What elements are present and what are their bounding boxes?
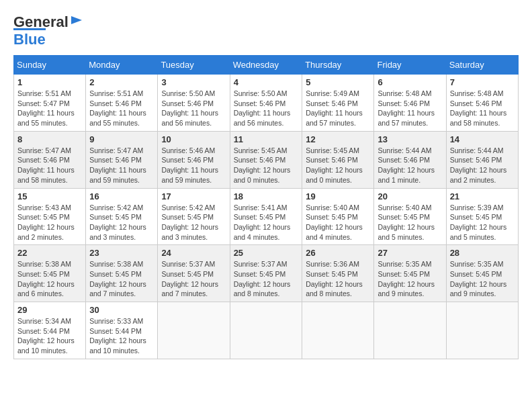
- calendar-cell: [158, 302, 230, 359]
- day-info: Sunrise: 5:36 AM Sunset: 5:45 PM Dayligh…: [306, 260, 363, 298]
- calendar-table: SundayMondayTuesdayWednesdayThursdayFrid…: [13, 55, 519, 359]
- calendar-cell: [374, 302, 446, 359]
- day-info: Sunrise: 5:50 AM Sunset: 5:46 PM Dayligh…: [161, 89, 218, 127]
- day-number: 29: [17, 305, 82, 315]
- day-info: Sunrise: 5:49 AM Sunset: 5:46 PM Dayligh…: [306, 89, 363, 127]
- page-header: General Blue: [13, 13, 519, 48]
- calendar-week-row: 1 Sunrise: 5:51 AM Sunset: 5:47 PM Dayli…: [14, 75, 519, 132]
- day-number: 25: [234, 248, 299, 258]
- day-info: Sunrise: 5:51 AM Sunset: 5:46 PM Dayligh…: [89, 89, 146, 127]
- calendar-cell: 14 Sunrise: 5:44 AM Sunset: 5:46 PM Dayl…: [446, 131, 518, 188]
- day-info: Sunrise: 5:38 AM Sunset: 5:45 PM Dayligh…: [89, 260, 146, 298]
- day-info: Sunrise: 5:44 AM Sunset: 5:46 PM Dayligh…: [450, 146, 507, 184]
- day-of-week-header: Saturday: [446, 56, 518, 75]
- day-info: Sunrise: 5:37 AM Sunset: 5:45 PM Dayligh…: [234, 260, 291, 298]
- calendar-cell: 12 Sunrise: 5:45 AM Sunset: 5:46 PM Dayl…: [302, 131, 374, 188]
- day-of-week-header: Tuesday: [158, 56, 230, 75]
- day-info: Sunrise: 5:47 AM Sunset: 5:46 PM Dayligh…: [17, 146, 75, 184]
- calendar-week-row: 22 Sunrise: 5:38 AM Sunset: 5:45 PM Dayl…: [14, 245, 519, 302]
- calendar-cell: 18 Sunrise: 5:41 AM Sunset: 5:45 PM Dayl…: [230, 188, 302, 245]
- day-number: 16: [89, 191, 154, 201]
- day-info: Sunrise: 5:46 AM Sunset: 5:46 PM Dayligh…: [161, 146, 218, 184]
- day-info: Sunrise: 5:35 AM Sunset: 5:45 PM Dayligh…: [378, 260, 435, 298]
- day-info: Sunrise: 5:50 AM Sunset: 5:46 PM Dayligh…: [234, 89, 291, 127]
- day-of-week-header: Thursday: [302, 56, 374, 75]
- calendar-cell: 28 Sunrise: 5:35 AM Sunset: 5:45 PM Dayl…: [446, 245, 518, 302]
- day-info: Sunrise: 5:43 AM Sunset: 5:45 PM Dayligh…: [17, 203, 75, 241]
- calendar-cell: 20 Sunrise: 5:40 AM Sunset: 5:45 PM Dayl…: [374, 188, 446, 245]
- calendar-cell: 9 Sunrise: 5:47 AM Sunset: 5:46 PM Dayli…: [86, 131, 158, 188]
- calendar-cell: 21 Sunrise: 5:39 AM Sunset: 5:45 PM Dayl…: [446, 188, 518, 245]
- day-number: 18: [234, 191, 299, 201]
- day-info: Sunrise: 5:40 AM Sunset: 5:45 PM Dayligh…: [306, 203, 363, 241]
- day-number: 23: [89, 248, 154, 258]
- day-number: 3: [161, 77, 226, 87]
- calendar-cell: 11 Sunrise: 5:45 AM Sunset: 5:46 PM Dayl…: [230, 131, 302, 188]
- day-number: 22: [17, 248, 82, 258]
- calendar-cell: 7 Sunrise: 5:48 AM Sunset: 5:46 PM Dayli…: [446, 75, 518, 132]
- day-number: 13: [378, 134, 442, 144]
- calendar-cell: 4 Sunrise: 5:50 AM Sunset: 5:46 PM Dayli…: [230, 75, 302, 132]
- day-number: 24: [161, 248, 226, 258]
- calendar-cell: 25 Sunrise: 5:37 AM Sunset: 5:45 PM Dayl…: [230, 245, 302, 302]
- day-number: 7: [450, 77, 515, 87]
- day-info: Sunrise: 5:33 AM Sunset: 5:44 PM Dayligh…: [89, 317, 146, 355]
- calendar-cell: 17 Sunrise: 5:42 AM Sunset: 5:45 PM Dayl…: [158, 188, 230, 245]
- calendar-cell: 29 Sunrise: 5:34 AM Sunset: 5:44 PM Dayl…: [14, 302, 86, 359]
- calendar-cell: 19 Sunrise: 5:40 AM Sunset: 5:45 PM Dayl…: [302, 188, 374, 245]
- day-number: 14: [450, 134, 515, 144]
- day-number: 21: [450, 191, 515, 201]
- calendar-cell: 27 Sunrise: 5:35 AM Sunset: 5:45 PM Dayl…: [374, 245, 446, 302]
- day-info: Sunrise: 5:39 AM Sunset: 5:45 PM Dayligh…: [450, 203, 507, 241]
- day-info: Sunrise: 5:48 AM Sunset: 5:46 PM Dayligh…: [450, 89, 507, 127]
- day-info: Sunrise: 5:51 AM Sunset: 5:47 PM Dayligh…: [17, 89, 75, 127]
- logo-blue-part: Blue: [13, 28, 46, 48]
- day-number: 19: [306, 191, 370, 201]
- calendar-cell: 22 Sunrise: 5:38 AM Sunset: 5:45 PM Dayl…: [14, 245, 86, 302]
- day-number: 30: [89, 305, 154, 315]
- day-number: 17: [161, 191, 226, 201]
- day-info: Sunrise: 5:42 AM Sunset: 5:45 PM Dayligh…: [89, 203, 146, 241]
- calendar-cell: 10 Sunrise: 5:46 AM Sunset: 5:46 PM Dayl…: [158, 131, 230, 188]
- day-number: 11: [234, 134, 299, 144]
- day-number: 15: [17, 191, 82, 201]
- calendar-cell: [446, 302, 518, 359]
- day-number: 8: [17, 134, 82, 144]
- day-number: 5: [306, 77, 370, 87]
- day-info: Sunrise: 5:37 AM Sunset: 5:45 PM Dayligh…: [161, 260, 218, 298]
- day-number: 27: [378, 248, 442, 258]
- day-of-week-header: Monday: [86, 56, 158, 75]
- calendar-header-row: SundayMondayTuesdayWednesdayThursdayFrid…: [14, 56, 519, 75]
- calendar-week-row: 29 Sunrise: 5:34 AM Sunset: 5:44 PM Dayl…: [14, 302, 519, 359]
- day-number: 9: [89, 134, 154, 144]
- day-number: 20: [378, 191, 442, 201]
- calendar-week-row: 15 Sunrise: 5:43 AM Sunset: 5:45 PM Dayl…: [14, 188, 519, 245]
- day-info: Sunrise: 5:45 AM Sunset: 5:46 PM Dayligh…: [234, 146, 291, 184]
- calendar-cell: 3 Sunrise: 5:50 AM Sunset: 5:46 PM Dayli…: [158, 75, 230, 132]
- day-info: Sunrise: 5:45 AM Sunset: 5:46 PM Dayligh…: [306, 146, 363, 184]
- calendar-cell: 1 Sunrise: 5:51 AM Sunset: 5:47 PM Dayli…: [14, 75, 86, 132]
- calendar-cell: 23 Sunrise: 5:38 AM Sunset: 5:45 PM Dayl…: [86, 245, 158, 302]
- day-number: 10: [161, 134, 226, 144]
- calendar-cell: [302, 302, 374, 359]
- day-number: 2: [89, 77, 154, 87]
- day-info: Sunrise: 5:48 AM Sunset: 5:46 PM Dayligh…: [378, 89, 435, 127]
- calendar-cell: 26 Sunrise: 5:36 AM Sunset: 5:45 PM Dayl…: [302, 245, 374, 302]
- day-info: Sunrise: 5:35 AM Sunset: 5:45 PM Dayligh…: [450, 260, 507, 298]
- svg-marker-0: [71, 16, 82, 24]
- day-number: 26: [306, 248, 370, 258]
- day-info: Sunrise: 5:38 AM Sunset: 5:45 PM Dayligh…: [17, 260, 75, 298]
- logo: General Blue: [13, 13, 83, 48]
- calendar-cell: 15 Sunrise: 5:43 AM Sunset: 5:45 PM Dayl…: [14, 188, 86, 245]
- calendar-cell: 13 Sunrise: 5:44 AM Sunset: 5:46 PM Dayl…: [374, 131, 446, 188]
- calendar-cell: 30 Sunrise: 5:33 AM Sunset: 5:44 PM Dayl…: [86, 302, 158, 359]
- calendar-week-row: 8 Sunrise: 5:47 AM Sunset: 5:46 PM Dayli…: [14, 131, 519, 188]
- day-of-week-header: Wednesday: [230, 56, 302, 75]
- day-info: Sunrise: 5:34 AM Sunset: 5:44 PM Dayligh…: [17, 317, 75, 355]
- calendar-cell: 2 Sunrise: 5:51 AM Sunset: 5:46 PM Dayli…: [86, 75, 158, 132]
- day-info: Sunrise: 5:42 AM Sunset: 5:45 PM Dayligh…: [161, 203, 218, 241]
- day-number: 4: [234, 77, 299, 87]
- day-info: Sunrise: 5:44 AM Sunset: 5:46 PM Dayligh…: [378, 146, 435, 184]
- day-number: 12: [306, 134, 370, 144]
- calendar-cell: 8 Sunrise: 5:47 AM Sunset: 5:46 PM Dayli…: [14, 131, 86, 188]
